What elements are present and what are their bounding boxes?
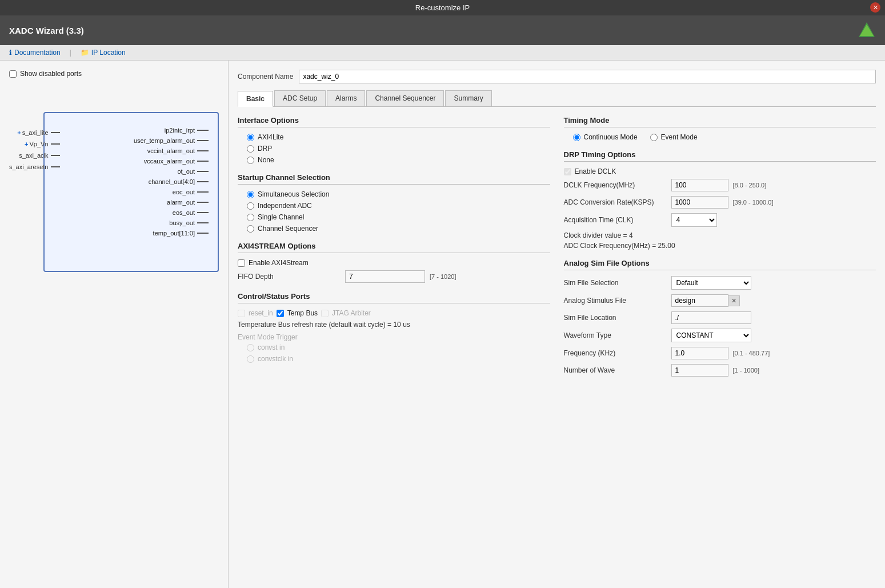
timing-mode-section: Timing Mode Continuous Mode Event Mode <box>564 116 876 141</box>
axi4stream-title: AXI4STREAM Options <box>238 242 550 253</box>
analog-stimulus-file-input[interactable] <box>671 294 728 307</box>
enable-axi4stream-row: Enable AXI4Stream <box>238 259 550 267</box>
show-disabled-ports-label: Show disabled ports <box>20 70 82 78</box>
show-disabled-ports-checkbox[interactable] <box>9 70 17 78</box>
tab-adc-setup[interactable]: ADC Setup <box>274 90 326 106</box>
left-ports: + s_axi_lite + Vp_Vn s_axi_aclk <box>9 129 60 170</box>
convstclk-in-label: convstclk in <box>258 355 293 363</box>
info-icon: ℹ <box>9 49 12 57</box>
number-of-wave-input[interactable] <box>671 364 728 377</box>
tab-bar: Basic ADC Setup Alarms Channel Sequencer… <box>238 90 876 107</box>
show-disabled-ports-row: Show disabled ports <box>9 70 219 78</box>
sim-file-location-input[interactable] <box>671 311 751 324</box>
enable-dclk-label: Enable DCLK <box>575 167 616 175</box>
jtag-arbiter-label: JTAG Arbiter <box>332 309 371 317</box>
folder-icon: 📁 <box>81 49 89 57</box>
sim-file-selection-label: Sim File Selection <box>564 279 667 287</box>
radio-continuous-mode[interactable]: Continuous Mode <box>573 133 638 141</box>
frequency-row: Frequency (KHz) [0.1 - 480.77] <box>564 347 876 359</box>
adc-conv-rate-input[interactable] <box>671 196 728 209</box>
right-port-ip2intc: ip2intc_irpt <box>49 127 209 134</box>
interface-options-section: Interface Options AXI4Lite DRP None <box>238 116 550 164</box>
fifo-depth-input[interactable] <box>345 270 425 283</box>
nav-bar: ℹ Documentation | 📁 IP Location <box>0 45 885 61</box>
left-column: Interface Options AXI4Lite DRP None <box>238 116 550 386</box>
right-port-busy: busy_out <box>49 219 209 226</box>
waveform-type-select[interactable]: CONSTANT SINE RAMP <box>671 329 751 342</box>
radio-axi4lite[interactable]: AXI4Lite <box>247 133 550 141</box>
dclk-freq-range: [8.0 - 250.0] <box>733 182 767 189</box>
close-button[interactable]: ✕ <box>870 2 880 13</box>
temp-bus-label: Temp Bus <box>287 309 318 317</box>
reset-in-label: reset_in <box>249 309 273 317</box>
app-title: XADC Wizard (3.3) <box>9 26 84 35</box>
dclk-freq-input[interactable] <box>671 179 728 191</box>
right-port-temp: temp_out[11:0] <box>49 230 209 237</box>
left-port-s-axi-aresetn: s_axi_aresetn <box>9 163 60 170</box>
right-port-vccaux: vccaux_alarm_out <box>49 158 209 165</box>
radio-convst-in: convst in <box>247 343 550 351</box>
startup-channel-title: Startup Channel Selection <box>238 173 550 185</box>
fifo-depth-label: FIFO Depth <box>238 273 341 281</box>
tab-alarms[interactable]: Alarms <box>327 90 365 106</box>
radio-event-mode[interactable]: Event Mode <box>650 133 698 141</box>
control-status-ports-section: Control/Status Ports reset_in Temp Bus J… <box>238 292 550 363</box>
right-port-ot-out: ot_out <box>49 168 209 175</box>
right-port-alarm: alarm_out <box>49 199 209 206</box>
left-port-vp-vn: + Vp_Vn <box>9 141 60 147</box>
tab-channel-sequencer[interactable]: Channel Sequencer <box>366 90 444 106</box>
convst-in-label: convst in <box>258 343 285 351</box>
tab-summary[interactable]: Summary <box>445 90 491 106</box>
radio-drp[interactable]: DRP <box>247 145 550 153</box>
logo-icon <box>858 21 876 39</box>
frequency-input[interactable] <box>671 347 728 359</box>
analog-stimulus-file-label: Analog Stimulus File <box>564 297 667 305</box>
frequency-label: Frequency (KHz) <box>564 349 667 357</box>
analog-stimulus-clear-button[interactable]: ✕ <box>728 295 740 306</box>
temp-bus-checkbox[interactable] <box>277 310 284 317</box>
dclk-freq-row: DCLK Frequency(MHz) [8.0 - 250.0] <box>564 179 876 191</box>
radio-simultaneous[interactable]: Simultaneous Selection <box>247 190 550 198</box>
radio-none[interactable]: None <box>247 156 550 164</box>
radio-channel-sequencer[interactable]: Channel Sequencer <box>247 225 550 233</box>
right-port-channel: channel_out[4:0] <box>49 178 209 185</box>
left-port-s-axi-aclk: s_axi_aclk <box>9 152 60 159</box>
component-name-input[interactable] <box>299 70 876 83</box>
enable-dclk-checkbox <box>564 168 571 175</box>
analog-stimulus-file-row: Analog Stimulus File ✕ <box>564 294 876 307</box>
startup-channel-selection-section: Startup Channel Selection Simultaneous S… <box>238 173 550 233</box>
component-name-row: Component Name <box>238 70 876 83</box>
reset-in-checkbox <box>238 310 245 317</box>
fifo-depth-range: [7 - 1020] <box>430 273 456 280</box>
documentation-link[interactable]: ℹ Documentation <box>9 49 61 57</box>
clock-divider-info: Clock divider value = 4 <box>564 231 876 239</box>
radio-independent-adc[interactable]: Independent ADC <box>247 202 550 210</box>
number-of-wave-range: [1 - 1000] <box>733 367 759 374</box>
startup-channel-radio-group: Simultaneous Selection Independent ADC S… <box>247 190 550 233</box>
analog-stimulus-file-input-group: ✕ <box>671 294 740 307</box>
adc-conv-rate-range: [39.0 - 1000.0] <box>733 199 774 206</box>
separator: | <box>70 49 71 57</box>
analog-sim-file-options-section: Analog Sim File Options Sim File Selecti… <box>564 259 876 377</box>
app-header: XADC Wizard (3.3) <box>0 15 885 45</box>
enable-axi4stream-checkbox[interactable] <box>238 259 245 267</box>
title-bar: Re-customize IP ✕ <box>0 0 885 15</box>
timing-mode-title: Timing Mode <box>564 116 876 127</box>
sim-file-location-label: Sim File Location <box>564 314 667 322</box>
drp-timing-options-section: DRP Timing Options Enable DCLK DCLK Freq… <box>564 150 876 250</box>
frequency-range: [0.1 - 480.77] <box>733 350 770 357</box>
waveform-type-label: Waveform Type <box>564 331 667 339</box>
right-ports-list: ip2intc_irpt user_temp_alarm_out vccint_… <box>49 127 209 237</box>
right-port-user-temp: user_temp_alarm_out <box>49 137 209 144</box>
sim-file-selection-select[interactable]: Default Custom <box>671 276 751 290</box>
tab-basic[interactable]: Basic <box>238 91 273 107</box>
drp-timing-title: DRP Timing Options <box>564 150 876 162</box>
acquisition-time-select[interactable]: 4 8 16 32 <box>671 213 717 227</box>
left-panel: Show disabled ports ip2intc_irpt user_te… <box>0 61 229 588</box>
right-port-vccint: vccint_alarm_out <box>49 147 209 154</box>
radio-single-channel[interactable]: Single Channel <box>247 213 550 221</box>
enable-dclk-row: Enable DCLK <box>564 167 876 175</box>
waveform-type-row: Waveform Type CONSTANT SINE RAMP <box>564 329 876 342</box>
ip-location-link[interactable]: 📁 IP Location <box>81 49 126 57</box>
dclk-freq-label: DCLK Frequency(MHz) <box>564 181 667 189</box>
